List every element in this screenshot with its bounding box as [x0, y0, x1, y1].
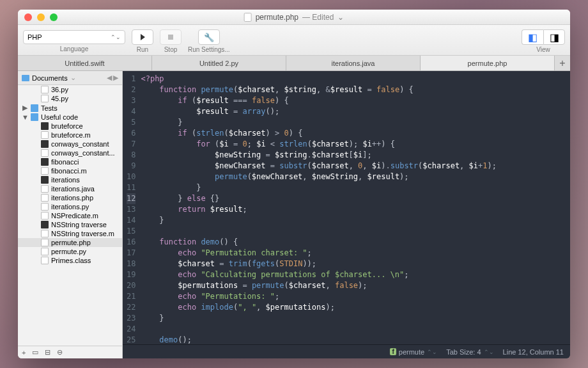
code-line[interactable]: function permute($charset, $string, &$re…	[141, 84, 570, 95]
tree-item[interactable]: NSString traverse.m	[18, 229, 122, 238]
line-number[interactable]: 17	[127, 248, 135, 259]
language-select[interactable]: PHP ⌃⌄	[23, 30, 125, 44]
tab[interactable]: iterations.java	[286, 56, 421, 70]
chevron-down-icon[interactable]: ⌄	[337, 13, 344, 22]
tree-item[interactable]: iterations	[18, 175, 122, 184]
sidebar-header[interactable]: Documents ⌄ ◀ ▶	[18, 71, 122, 85]
tree-item[interactable]: ▼Useful code	[18, 113, 122, 122]
line-number[interactable]: 4	[127, 106, 135, 117]
line-number[interactable]: 7	[127, 139, 135, 150]
line-number[interactable]: 8	[127, 150, 135, 161]
view-right-button[interactable]: ◨	[543, 29, 565, 45]
tab[interactable]: Untitled.swift	[18, 56, 152, 70]
tree-item[interactable]: permute.php	[18, 238, 122, 247]
line-number[interactable]: 5	[127, 117, 135, 128]
add-icon[interactable]: +	[22, 349, 26, 356]
disclosure-icon[interactable]: ▶	[22, 104, 28, 112]
new-folder-icon[interactable]: ▭	[32, 348, 38, 356]
back-icon[interactable]: ◀	[107, 74, 112, 82]
tree-item[interactable]: fibonacci	[18, 157, 122, 166]
code-line[interactable]	[141, 324, 570, 335]
tree-item[interactable]: NSPredicate.m	[18, 211, 122, 220]
code-line[interactable]: $newString = $string.$charset[$i];	[141, 150, 570, 161]
tree-item[interactable]: 45.py	[18, 94, 122, 103]
run-button[interactable]	[132, 29, 153, 45]
tree-item[interactable]: permute.py	[18, 247, 122, 256]
position-segment[interactable]: Line 12, Column 11	[503, 348, 564, 356]
line-number[interactable]: 18	[127, 259, 135, 269]
minimize-icon[interactable]	[37, 13, 45, 21]
code-line[interactable]: for ($i = 0; $i < strlen($charset); $i++…	[141, 139, 570, 150]
tree-item[interactable]: NSString traverse	[18, 220, 122, 229]
line-number[interactable]: 2	[127, 84, 135, 95]
code-line[interactable]: return $result;	[141, 204, 570, 215]
tree-item[interactable]: bruteforce.m	[18, 131, 122, 140]
tree-item[interactable]: conways_constant...	[18, 148, 122, 157]
tree-item[interactable]: iterations.php	[18, 193, 122, 202]
line-number[interactable]: 22	[127, 302, 135, 313]
tab[interactable]: Untitled 2.py	[152, 56, 286, 70]
tree-item[interactable]: Primes.class	[18, 256, 122, 265]
line-number[interactable]: 12	[127, 193, 135, 204]
tree-item[interactable]: iterations.java	[18, 184, 122, 193]
zoom-icon[interactable]	[50, 13, 58, 21]
code-line[interactable]: demo();	[141, 335, 570, 344]
forward-icon[interactable]: ▶	[113, 74, 118, 82]
code-line[interactable]: echo "Permutation charset: ";	[141, 248, 570, 259]
code-line[interactable]: if (strlen($charset) > 0) {	[141, 128, 570, 139]
code-line[interactable]: $result = array();	[141, 106, 570, 117]
code-line[interactable]: function demo() {	[141, 237, 570, 248]
code-line[interactable]: $permutations = permute($charset, false)…	[141, 280, 570, 291]
line-number[interactable]: 9	[127, 161, 135, 172]
code-line[interactable]: <?php	[141, 74, 570, 84]
line-number[interactable]: 25	[127, 335, 135, 344]
line-number[interactable]: 11	[127, 182, 135, 193]
code-line[interactable]: }	[141, 117, 570, 128]
code-line[interactable]: } else {}	[141, 193, 570, 204]
code-line[interactable]: }	[141, 313, 570, 324]
title-status[interactable]: — Edited	[302, 13, 334, 22]
line-number[interactable]: 15	[127, 226, 135, 237]
tree-item[interactable]: iterations.py	[18, 202, 122, 211]
run-settings-button[interactable]: 🔧	[198, 29, 220, 45]
code-line[interactable]: echo "Calculating permutations of $chars…	[141, 269, 570, 280]
tree-item[interactable]: conways_constant	[18, 140, 122, 148]
disclosure-icon[interactable]: ▼	[22, 113, 28, 121]
close-icon[interactable]	[24, 13, 32, 21]
titlebar[interactable]: permute.php — Edited ⌄	[18, 10, 570, 25]
tabsize-segment[interactable]: Tab Size: 4 ⌃⌄	[446, 348, 493, 356]
line-number[interactable]: 13	[127, 204, 135, 215]
action-icon[interactable]: ⊟	[45, 348, 50, 356]
file-tree[interactable]: 36.py45.py▶Tests▼Useful codebruteforcebr…	[18, 85, 122, 346]
tab[interactable]: permute.php	[421, 56, 555, 70]
line-number[interactable]: 19	[127, 269, 135, 280]
line-number[interactable]: 1	[127, 74, 135, 84]
tab-add-button[interactable]: +	[555, 56, 570, 70]
code-line[interactable]	[141, 226, 570, 237]
line-number[interactable]: 14	[127, 215, 135, 226]
line-number[interactable]: 20	[127, 280, 135, 291]
symbol-segment[interactable]: f permute ⌃⌄	[390, 348, 437, 356]
line-number[interactable]: 10	[127, 172, 135, 182]
code-line[interactable]: $charset = trim(fgets(STDIN));	[141, 259, 570, 269]
tree-item[interactable]: ▶Tests	[18, 103, 122, 113]
code-line[interactable]: }	[141, 182, 570, 193]
view-left-button[interactable]: ◧	[522, 29, 543, 45]
line-gutter[interactable]: 1234567891011121314151617181920212223242…	[123, 71, 141, 344]
refresh-icon[interactable]: ⊖	[57, 348, 63, 356]
line-number[interactable]: 24	[127, 324, 135, 335]
line-number[interactable]: 3	[127, 95, 135, 106]
line-number[interactable]: 16	[127, 237, 135, 248]
line-number[interactable]: 23	[127, 313, 135, 324]
code-line[interactable]: }	[141, 215, 570, 226]
chevron-down-icon[interactable]: ⌄	[70, 74, 76, 82]
line-number[interactable]: 21	[127, 291, 135, 302]
code-editor[interactable]: 1234567891011121314151617181920212223242…	[123, 71, 570, 344]
line-number[interactable]: 6	[127, 128, 135, 139]
code-content[interactable]: <?php function permute($charset, $string…	[141, 71, 570, 344]
tree-item[interactable]: fibonacci.m	[18, 166, 122, 175]
code-line[interactable]: permute($newCharset, $newString, $result…	[141, 172, 570, 182]
code-line[interactable]: echo "Permutations: ";	[141, 291, 570, 302]
code-line[interactable]: $newCharset = substr($charset, 0, $i).su…	[141, 161, 570, 172]
code-line[interactable]: if ($result === false) {	[141, 95, 570, 106]
